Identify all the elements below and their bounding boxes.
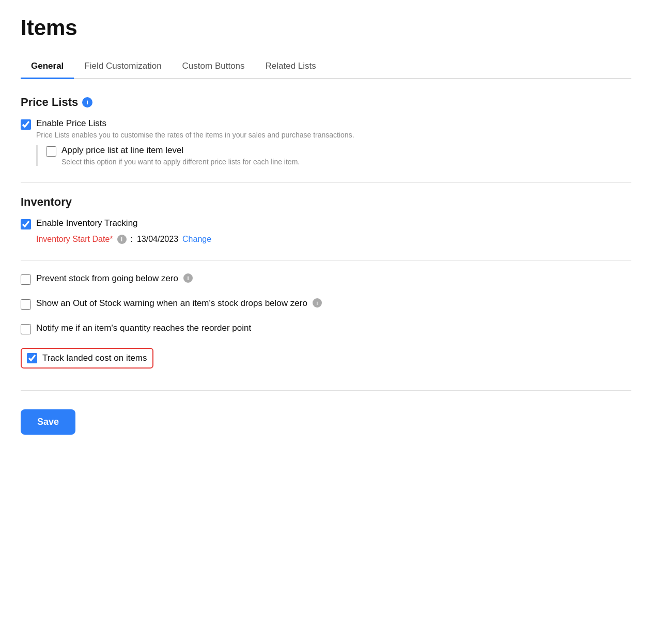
inventory-date-label: Inventory Start Date* [36, 235, 113, 244]
track-landed-wrapper: Track landed cost on items [21, 348, 631, 374]
inventory-date-row: Inventory Start Date* i : 13/04/2023 Cha… [36, 235, 631, 244]
track-landed-checkbox[interactable] [27, 353, 37, 363]
save-button[interactable]: Save [21, 409, 75, 435]
inventory-section: Inventory Enable Inventory Tracking Inve… [21, 195, 631, 244]
inventory-date-value: 13/04/2023 [137, 235, 178, 244]
enable-inventory-label[interactable]: Enable Inventory Tracking [36, 218, 138, 228]
checkboxes-section: Prevent stock from going below zero i Sh… [21, 273, 631, 374]
apply-price-list-desc: Select this option if you want to apply … [61, 158, 300, 166]
notify-reorder-checkbox[interactable] [21, 324, 31, 334]
track-landed-label[interactable]: Track landed cost on items [42, 353, 147, 363]
price-lists-heading: Price Lists [21, 96, 78, 109]
inventory-title: Inventory [21, 195, 631, 209]
notify-row: Notify me if an item's quantity reaches … [21, 323, 631, 334]
out-of-stock-info-icon[interactable]: i [313, 298, 322, 308]
divider-3 [21, 390, 631, 391]
price-lists-info-icon[interactable]: i [82, 97, 92, 108]
page-title: Items [21, 16, 631, 40]
inventory-date-colon: : [131, 235, 133, 244]
enable-price-lists-desc: Price Lists enables you to customise the… [36, 131, 354, 139]
prevent-stock-info-icon[interactable]: i [183, 273, 193, 283]
track-landed-row: Track landed cost on items [21, 348, 153, 369]
out-of-stock-label-text: Show an Out of Stock warning when an ite… [36, 298, 307, 308]
apply-price-list-label[interactable]: Apply price list at line item level [61, 145, 183, 155]
out-of-stock-label[interactable]: Show an Out of Stock warning when an ite… [36, 298, 307, 309]
enable-price-lists-checkbox[interactable] [21, 119, 31, 130]
inventory-date-info-icon[interactable]: i [117, 235, 127, 244]
tabs-nav: General Field Customization Custom Butto… [21, 55, 631, 79]
apply-price-list-row: Apply price list at line item level Sele… [46, 145, 631, 166]
tab-related-lists[interactable]: Related Lists [255, 55, 327, 79]
price-lists-indented: Apply price list at line item level Sele… [36, 145, 631, 166]
enable-inventory-checkbox[interactable] [21, 219, 31, 229]
divider-2 [21, 260, 631, 261]
enable-price-lists-label[interactable]: Enable Price Lists [36, 118, 106, 128]
prevent-stock-label[interactable]: Prevent stock from going below zero [36, 273, 178, 284]
out-of-stock-checkbox[interactable] [21, 299, 31, 310]
out-of-stock-row: Show an Out of Stock warning when an ite… [21, 298, 631, 310]
tab-custom-buttons[interactable]: Custom Buttons [172, 55, 255, 79]
prevent-stock-row: Prevent stock from going below zero i [21, 273, 631, 285]
divider-1 [21, 182, 631, 183]
enable-inventory-row: Enable Inventory Tracking [21, 218, 631, 229]
notify-reorder-label[interactable]: Notify me if an item's quantity reaches … [36, 323, 251, 333]
price-lists-section: Price Lists i Enable Price Lists Price L… [21, 96, 631, 166]
prevent-stock-label-text: Prevent stock from going below zero [36, 273, 178, 283]
enable-price-lists-row: Enable Price Lists Price Lists enables y… [21, 118, 631, 139]
price-lists-title: Price Lists i [21, 96, 631, 109]
tab-general[interactable]: General [21, 55, 74, 79]
inventory-heading: Inventory [21, 195, 72, 209]
inventory-date-change-link[interactable]: Change [182, 235, 211, 244]
prevent-stock-checkbox[interactable] [21, 274, 31, 285]
tab-field-customization[interactable]: Field Customization [74, 55, 172, 79]
apply-price-list-checkbox[interactable] [46, 146, 56, 157]
